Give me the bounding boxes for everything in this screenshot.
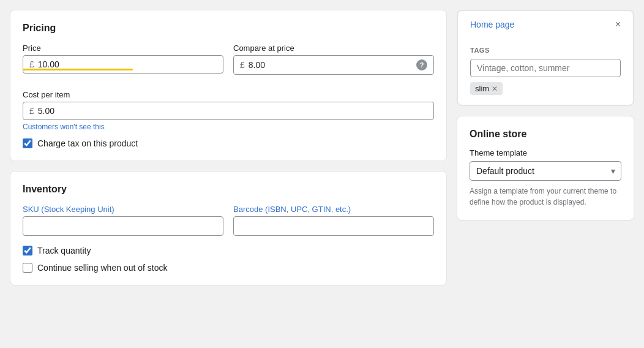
theme-template-label: Theme template <box>470 148 621 157</box>
cost-label: Cost per item <box>23 90 434 99</box>
tag-remove-button[interactable]: ✕ <box>492 85 498 93</box>
price-row: Price £ Compare at price £ ? <box>23 44 434 80</box>
cost-currency-symbol: £ <box>29 106 34 116</box>
inventory-card: Inventory SKU (Stock Keeping Unit) Barco… <box>10 171 447 286</box>
theme-template-select-wrapper[interactable]: Default product <box>470 161 621 181</box>
price-yellow-bar <box>23 69 133 70</box>
charge-tax-row: Charge tax on this product <box>23 138 434 148</box>
pricing-title: Pricing <box>23 23 434 34</box>
compare-price-input-wrapper[interactable]: £ ? <box>233 55 434 75</box>
cost-input-wrapper[interactable]: £ <box>23 102 434 120</box>
barcode-label-text: Barcode <box>233 205 263 214</box>
price-input-wrapper[interactable]: £ <box>23 55 223 74</box>
home-page-close-button[interactable]: × <box>615 20 621 29</box>
track-quantity-label: Track quantity <box>37 246 91 255</box>
price-currency-symbol: £ <box>29 59 34 69</box>
continue-selling-row: Continue selling when out of stock <box>23 263 434 273</box>
theme-helper-text: Assign a template from your current them… <box>470 186 621 208</box>
sku-label: SKU (Stock Keeping Unit) <box>23 205 223 214</box>
home-page-title: Home page <box>470 20 514 29</box>
cost-group: Cost per item £ <box>23 90 434 120</box>
tags-section: TAGS slim ✕ <box>457 38 634 105</box>
charge-tax-checkbox[interactable] <box>23 138 32 148</box>
barcode-input[interactable] <box>233 216 434 236</box>
tag-label: slim <box>475 84 489 93</box>
compare-price-input[interactable] <box>249 60 413 70</box>
compare-currency-symbol: £ <box>240 60 245 70</box>
price-group: Price £ <box>23 44 223 80</box>
compare-price-label: Compare at price <box>233 44 434 53</box>
online-store-title: Online store <box>470 129 621 140</box>
price-label: Price <box>23 44 223 53</box>
tags-list: slim ✕ <box>470 82 621 95</box>
price-input[interactable] <box>38 59 217 69</box>
sku-barcode-row: SKU (Stock Keeping Unit) Barcode (ISBN, … <box>23 205 434 236</box>
continue-selling-label: Continue selling when out of stock <box>37 263 167 273</box>
sku-label-full: (Stock Keeping Unit) <box>41 205 114 214</box>
home-page-header: Home page × <box>457 10 634 38</box>
home-page-tags-block: Home page × TAGS slim ✕ <box>457 10 634 106</box>
barcode-label: Barcode (ISBN, UPC, GTIN, etc.) <box>233 205 434 214</box>
tag-item: slim ✕ <box>470 82 503 95</box>
charge-tax-label: Charge tax on this product <box>37 138 138 148</box>
tags-section-label: TAGS <box>470 47 621 54</box>
cost-input[interactable] <box>38 106 427 116</box>
barcode-group: Barcode (ISBN, UPC, GTIN, etc.) <box>233 205 434 236</box>
sku-group: SKU (Stock Keeping Unit) <box>23 205 223 236</box>
compare-help-icon[interactable]: ? <box>416 59 427 70</box>
inventory-title: Inventory <box>23 184 434 195</box>
pricing-card: Pricing Price £ Compare at price £ <box>10 10 447 161</box>
online-store-card: Online store Theme template Default prod… <box>457 116 634 221</box>
continue-selling-checkbox[interactable] <box>23 263 32 273</box>
track-quantity-row: Track quantity <box>23 246 434 255</box>
sku-input[interactable] <box>23 216 223 236</box>
cost-helper-text: Customers won't see this <box>23 123 434 131</box>
tags-input[interactable] <box>470 59 621 77</box>
sku-label-text: SKU <box>23 205 39 214</box>
track-quantity-checkbox[interactable] <box>23 246 32 255</box>
barcode-label-full: (ISBN, UPC, GTIN, etc.) <box>265 205 351 214</box>
theme-template-select[interactable]: Default product <box>470 161 621 181</box>
compare-price-group: Compare at price £ ? <box>233 44 434 80</box>
